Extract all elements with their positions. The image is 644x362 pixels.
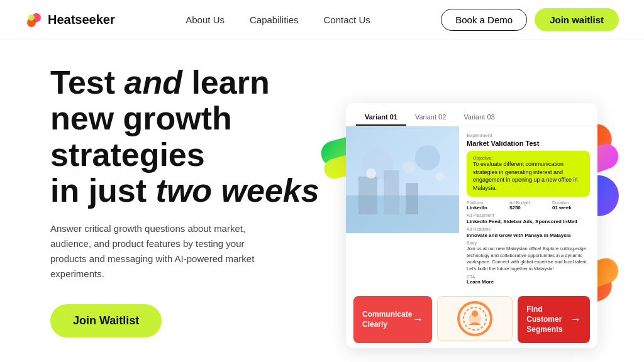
mock-image-svg	[346, 126, 459, 233]
nav-actions: Book a Demo Join waitlist	[441, 8, 619, 31]
mock-ad-headline-text: Innovate and Grow with Panaya in Malaysi…	[467, 233, 590, 238]
mock-tab-2[interactable]: Variant 02	[406, 109, 455, 126]
mock-experiment-label: Experiment	[467, 133, 590, 138]
svg-point-12	[436, 172, 445, 181]
join-waitlist-hero-button[interactable]: Join Waitlist	[50, 304, 162, 337]
mock-duration-field: Duration 01 week	[552, 200, 590, 211]
navbar: Heatseeker About Us Capabilities Contact…	[0, 0, 644, 40]
nav-links: About Us Capabilities Contact Us	[186, 14, 370, 25]
nav-capabilities[interactable]: Capabilities	[250, 14, 299, 25]
mock-ad-placement-value: LinkedIn Feed, Sidebar Ads, Sponsored In…	[467, 219, 590, 224]
mock-objective-label: Objective:	[473, 156, 584, 160]
mock-objective-highlight: Objective: To evaluate different communi…	[467, 151, 590, 197]
svg-rect-8	[384, 170, 399, 214]
svg-rect-9	[406, 183, 418, 214]
logo[interactable]: Heatseeker	[25, 11, 115, 29]
nav-about[interactable]: About Us	[186, 14, 225, 25]
communicate-label: Communicate Clearly	[362, 310, 412, 329]
book-demo-button[interactable]: Book a Demo	[441, 9, 527, 31]
nav-contact[interactable]: Contact Us	[324, 14, 370, 25]
svg-point-2	[28, 14, 35, 21]
mock-row-1: Platform LinkedIn Ad Budget $250 Duratio…	[467, 200, 590, 211]
segments-arrow-icon: →	[570, 313, 581, 326]
segment-image-card	[437, 296, 513, 341]
svg-point-10	[366, 168, 376, 178]
mock-body: Experiment Market Validation Test Object…	[346, 126, 597, 291]
mock-tabs: Variant 01 Variant 02 Variant 03	[346, 103, 597, 126]
mock-tab-3[interactable]: Variant 03	[455, 109, 503, 126]
join-waitlist-nav-button[interactable]: Join waitlist	[535, 8, 619, 31]
mock-ad-placement-label: Ad Placement	[467, 213, 590, 217]
mock-cta-label: CTA	[467, 275, 590, 279]
hero-subtitle: Answer critical growth questions about m…	[50, 221, 264, 282]
segment-svg	[456, 300, 494, 337]
mock-ad-headline-label: Ad Headline	[467, 227, 590, 231]
mock-ad-image	[346, 126, 459, 233]
logo-icon	[25, 11, 43, 29]
segments-label: Find Customer Segments	[526, 305, 570, 334]
mock-platform-field: Platform LinkedIn	[467, 200, 504, 211]
mock-experiment-title: Market Validation Test	[467, 140, 590, 147]
mock-tab-1[interactable]: Variant 01	[356, 109, 406, 126]
communicate-card[interactable]: Communicate Clearly →	[353, 296, 432, 343]
mock-cta-text: Learn More	[467, 279, 590, 285]
mock-budget-field: Ad Budget $250	[509, 200, 547, 211]
hero-text: Test and learn new growth strategies in …	[50, 65, 327, 337]
mock-body-label: Body	[467, 241, 590, 245]
svg-point-16	[472, 310, 478, 317]
mock-objective-text: To evaluate different communication stra…	[473, 160, 584, 192]
logo-text: Heatseeker	[48, 13, 115, 27]
hero-section: Test and learn new growth strategies in …	[0, 40, 644, 362]
mock-info-panel: Experiment Market Validation Test Object…	[459, 126, 597, 291]
svg-rect-7	[358, 177, 377, 214]
hero-title: Test and learn new growth strategies in …	[50, 65, 327, 209]
mock-bottom-cards: Communicate Clearly → Find Customer Segm…	[346, 291, 597, 348]
mock-body-text: Join us at our new Malaysian office! Exp…	[467, 246, 590, 272]
svg-point-6	[415, 145, 440, 170]
hero-visual: Variant 01 Variant 02 Variant 03	[327, 40, 619, 362]
segments-card[interactable]: Find Customer Segments →	[518, 296, 590, 343]
svg-point-11	[402, 161, 415, 173]
communicate-arrow-icon: →	[412, 313, 423, 326]
mock-ui-card: Variant 01 Variant 02 Variant 03	[346, 103, 597, 348]
